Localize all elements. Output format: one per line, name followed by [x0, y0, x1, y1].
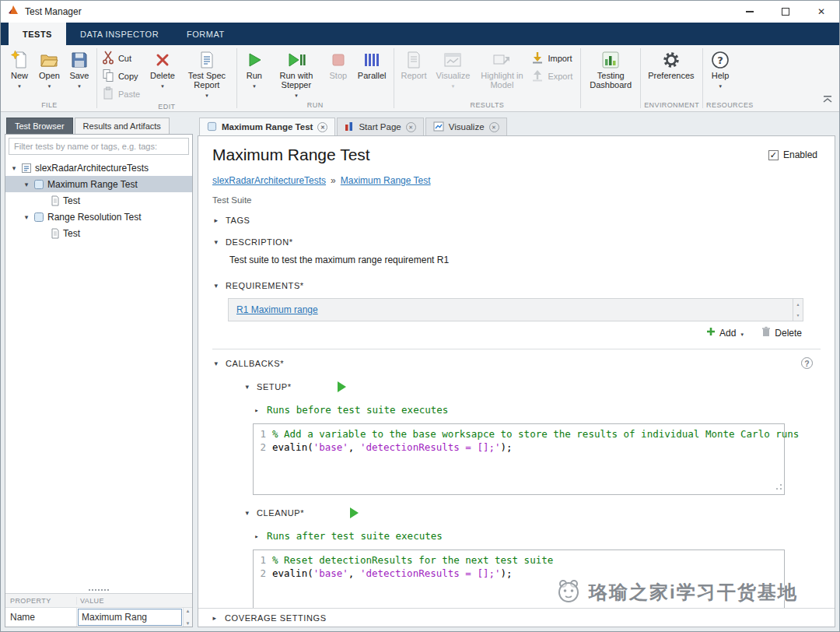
- resize-grip-icon[interactable]: [775, 480, 782, 493]
- collapse-toolstrip-icon[interactable]: [822, 93, 833, 107]
- collapse-icon[interactable]: [212, 238, 220, 246]
- close-button[interactable]: [803, 1, 839, 23]
- expander-icon[interactable]: [23, 181, 30, 188]
- group-results: Report Visualize Highlight in Model Impo…: [394, 45, 581, 111]
- cleanup-header[interactable]: CLEANUP*: [243, 507, 821, 518]
- breadcrumb-separator: »: [331, 175, 336, 186]
- tab-tests[interactable]: TESTS: [9, 23, 66, 45]
- run-with-stepper-button[interactable]: Run with Stepper: [270, 47, 323, 97]
- save-disk-icon: [71, 49, 88, 71]
- cleanup-code-editor[interactable]: 1 % Reset detectionResults for the next …: [253, 549, 785, 608]
- requirements-list[interactable]: R1 Maximum range: [228, 298, 803, 321]
- stop-button[interactable]: Stop: [324, 47, 352, 80]
- group-label-environment: ENVIRONMENT: [644, 100, 699, 111]
- close-tab-icon[interactable]: [489, 122, 499, 132]
- tree-item-test-suite-selected[interactable]: Maximum Range Test: [5, 176, 192, 192]
- tree-item-test-suite[interactable]: Range Resolution Test: [5, 209, 192, 225]
- code-text: evalin('base', 'detectionResults = [];')…: [272, 567, 513, 580]
- minimize-button[interactable]: [732, 1, 768, 23]
- import-button[interactable]: Import: [530, 51, 577, 65]
- collapse-icon[interactable]: [212, 282, 220, 290]
- description-text[interactable]: Test suite to test the maximum range req…: [229, 255, 821, 265]
- add-requirement-button[interactable]: Add: [706, 327, 744, 339]
- collapse-icon[interactable]: [253, 406, 261, 414]
- collapse-icon[interactable]: [211, 614, 219, 622]
- filter-tests-input[interactable]: [9, 138, 189, 155]
- breadcrumb-parent-link[interactable]: slexRadarArchitectureTests: [212, 175, 326, 186]
- test-suite-icon: [207, 121, 217, 133]
- requirements-scrollbar[interactable]: [793, 299, 803, 321]
- setup-header[interactable]: SETUP*: [243, 381, 821, 392]
- close-tab-icon[interactable]: [317, 122, 327, 132]
- tab-results-and-artifacts[interactable]: Results and Artifacts: [75, 118, 170, 134]
- open-button[interactable]: Open: [35, 47, 64, 87]
- doc-tab-start-page[interactable]: Start Page: [337, 118, 423, 135]
- setup-code-editor[interactable]: 1 % Add a variable to the base worksapce…: [253, 423, 785, 495]
- enabled-checkbox-row[interactable]: Enabled: [768, 149, 817, 160]
- tab-format[interactable]: FORMAT: [173, 23, 239, 45]
- new-button[interactable]: New: [5, 47, 33, 87]
- code-string: 'base': [313, 567, 348, 579]
- run-setup-play-icon[interactable]: [338, 381, 346, 392]
- run-cleanup-play-icon[interactable]: [350, 507, 359, 518]
- requirement-link[interactable]: R1 Maximum range: [236, 304, 318, 315]
- doc-tab-visualize[interactable]: Visualize: [425, 118, 507, 135]
- export-arrow-icon: [531, 69, 544, 83]
- collapse-icon[interactable]: [212, 216, 220, 224]
- delete-requirement-button[interactable]: Delete: [761, 326, 802, 339]
- enabled-label: Enabled: [783, 149, 817, 160]
- preferences-button[interactable]: Preferences: [644, 47, 698, 80]
- collapse-icon[interactable]: [243, 509, 251, 517]
- section-description[interactable]: DESCRIPTION*: [212, 237, 821, 247]
- parallel-button[interactable]: Parallel: [354, 47, 390, 80]
- tree-item-test[interactable]: Test: [5, 192, 192, 209]
- page-title: Maximum Range Test: [212, 146, 370, 164]
- expander-icon[interactable]: [23, 213, 30, 221]
- section-label: CLEANUP*: [257, 508, 304, 518]
- testing-dashboard-button[interactable]: Testing Dashboard: [584, 47, 637, 90]
- report-button[interactable]: Report: [397, 47, 431, 80]
- visualize-button[interactable]: Visualize: [432, 47, 474, 87]
- checkbox-checked-icon[interactable]: [768, 150, 779, 160]
- setup-summary[interactable]: Runs before test suite executes: [253, 404, 821, 416]
- collapse-icon[interactable]: [212, 360, 220, 367]
- panel-splitter[interactable]: [5, 587, 192, 593]
- run-button[interactable]: Run: [240, 47, 268, 87]
- export-button[interactable]: Export: [530, 68, 577, 83]
- maximize-button[interactable]: [768, 1, 803, 23]
- collapse-icon[interactable]: [243, 383, 251, 391]
- highlight-in-model-button[interactable]: Highlight in Model: [475, 47, 528, 90]
- callbacks-header[interactable]: CALLBACKS*: [212, 359, 284, 368]
- group-label-file: FILE: [5, 100, 93, 111]
- section-requirements[interactable]: REQUIREMENTS*: [212, 281, 821, 290]
- copy-button[interactable]: Copy: [100, 68, 145, 83]
- delete-button[interactable]: Delete: [146, 47, 179, 87]
- help-question-icon[interactable]: ?: [801, 357, 813, 369]
- test-spec-report-button[interactable]: Test Spec Report: [180, 47, 233, 97]
- visualize-tab-icon: [433, 121, 444, 133]
- paste-button[interactable]: Paste: [100, 86, 145, 101]
- section-coverage-settings[interactable]: COVERAGE SETTINGS: [198, 608, 835, 627]
- tree-item-label: Range Resolution Test: [47, 212, 142, 223]
- property-column-header: PROPERTY: [5, 597, 77, 605]
- property-value-cell[interactable]: Maximum Rang: [78, 609, 182, 626]
- tree-item-test-file[interactable]: slexRadarArchitectureTests: [5, 160, 192, 176]
- tab-data-inspector[interactable]: DATA INSPECTOR: [66, 23, 173, 45]
- help-button[interactable]: ? Help: [706, 47, 734, 87]
- section-tags[interactable]: TAGS: [212, 216, 821, 225]
- property-grid-scrollbar[interactable]: [183, 608, 192, 627]
- cut-button[interactable]: Cut: [100, 51, 145, 65]
- collapse-icon[interactable]: [253, 532, 261, 540]
- tab-test-browser[interactable]: Test Browser: [6, 118, 73, 134]
- cleanup-summary[interactable]: Runs after test suite executes: [253, 530, 821, 542]
- breadcrumb-current-link[interactable]: Maximum Range Test: [341, 175, 431, 186]
- code-text: evalin('base', 'detectionResults = [];')…: [272, 441, 513, 454]
- tree-item-test[interactable]: Test: [5, 225, 192, 241]
- stop-square-icon: [331, 49, 345, 71]
- open-folder-icon: [40, 49, 58, 71]
- close-tab-icon[interactable]: [406, 122, 416, 132]
- expander-icon[interactable]: [10, 164, 18, 172]
- tree-item-label: slexRadarArchitectureTests: [35, 163, 149, 174]
- doc-tab-maximum-range-test[interactable]: Maximum Range Test: [199, 118, 335, 135]
- save-button[interactable]: Save: [65, 47, 93, 87]
